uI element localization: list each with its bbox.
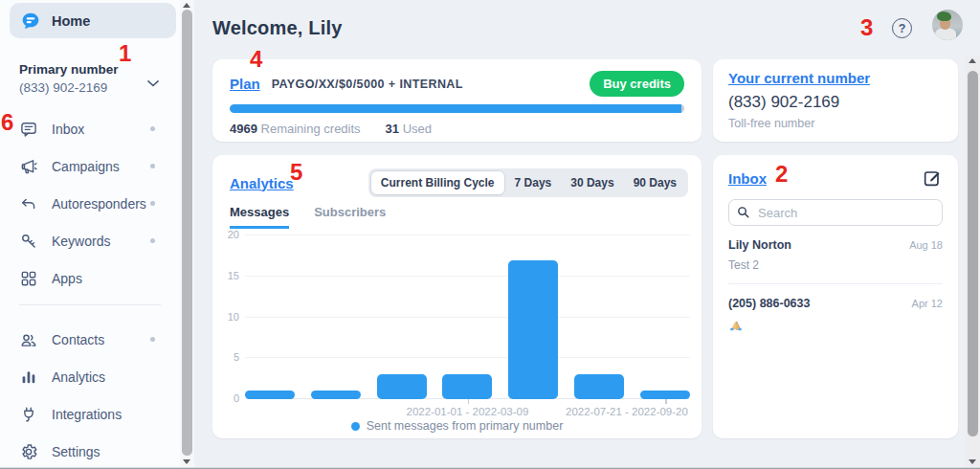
x-axis-label: 2022-07-21 - 2022-09-20 [566, 406, 688, 417]
sidebar-item-label: Autoresponders [52, 196, 146, 212]
buy-credits-button[interactable]: Buy credits [590, 71, 684, 97]
inbox-item-row: (205) 886-0633Apr 12 [728, 297, 943, 310]
reply-arrow-icon [19, 194, 38, 213]
inbox-search-input[interactable] [728, 199, 943, 226]
remaining-credits-stat: 4969 Remaining credits [230, 122, 361, 136]
sidebar-item-settings[interactable]: Settings [0, 433, 180, 469]
gear-icon [19, 442, 38, 461]
annotation-2: 2 [775, 163, 788, 186]
x-axis-tick [468, 399, 470, 404]
tab-subscribers[interactable]: Subscribers [314, 205, 386, 229]
search-icon [736, 205, 750, 219]
annotation-1: 1 [119, 42, 131, 65]
chevron-down-icon [144, 74, 163, 93]
annotation-3: 3 [860, 16, 873, 39]
plan-link[interactable]: Plan [230, 76, 260, 92]
conversation-preview: Test 2 [728, 258, 943, 272]
used-credits-stat: 31 Used [386, 122, 432, 136]
bar-2[interactable] [377, 374, 427, 399]
conversation-date: Aug 18 [909, 239, 943, 251]
compose-icon[interactable] [922, 168, 943, 189]
primary-number-selector[interactable]: Primary number (833) 902-2169 [19, 62, 167, 95]
sidebar-item-label: Analytics [52, 369, 105, 385]
chat-bubble-icon [19, 120, 38, 139]
plan-name: PAYGO/XX/$0/5000 + INTERNAL [272, 78, 463, 91]
user-avatar[interactable] [932, 10, 963, 40]
notification-dot [150, 337, 155, 342]
key-icon [19, 232, 38, 251]
sidebar-item-label: Campaigns [52, 159, 120, 174]
scroll-up-arrow[interactable] [183, 3, 190, 8]
analytics-link[interactable]: Analytics [230, 175, 294, 191]
inbox-conversation-list: Lily NortonAug 18Test 2(205) 886-0633Apr… [728, 238, 943, 335]
current-number-type: Toll-free number [728, 117, 943, 130]
current-number-card: Your current number (833) 902-2169 Toll-… [713, 59, 958, 142]
sidebar-item-label: Integrations [52, 407, 122, 422]
page-scrollbar-thumb[interactable] [968, 71, 978, 436]
range-option-current-billing-cycle[interactable]: Current Billing Cycle [370, 170, 505, 195]
x-axis-label: 2022-01-01 - 2022-03-09 [407, 406, 529, 417]
notification-dot [150, 238, 155, 243]
tab-messages[interactable]: Messages [230, 205, 289, 229]
bar-chart-icon [19, 368, 38, 387]
legend-label: Sent messages from primary number [367, 419, 564, 433]
sidebar-item-label: Inbox [52, 122, 84, 137]
range-option-30-days[interactable]: 30 Days [561, 171, 623, 194]
current-number-value: (833) 902-2169 [728, 93, 943, 112]
bar-4[interactable] [508, 260, 558, 399]
x-axis-tick [665, 399, 667, 404]
bar-6[interactable] [640, 391, 690, 399]
bar-0[interactable] [245, 391, 295, 399]
chart-legend: Sent messages from primary number [212, 419, 702, 433]
sidebar-item-inbox[interactable]: Inbox [0, 110, 180, 147]
plug-icon [19, 405, 38, 424]
y-axis-label: 5 [220, 351, 239, 363]
inbox-link[interactable]: Inbox [728, 170, 767, 187]
grid-icon [19, 269, 38, 288]
inbox-card: Inbox Lily NortonAug 18Test 2(205) 886-0… [713, 155, 958, 438]
bar-3[interactable] [442, 374, 492, 399]
sidebar-scrollbar-thumb[interactable] [182, 10, 192, 456]
list-divider [728, 283, 943, 284]
sidebar-item-keywords[interactable]: Keywords [0, 222, 180, 259]
megaphone-icon [19, 157, 38, 176]
scroll-up-arrow[interactable] [969, 58, 976, 63]
sidebar: Home Primary number (833) 902-2169 Inbox… [0, 0, 180, 467]
sidebar-divider [19, 304, 161, 305]
y-axis-label: 10 [220, 311, 239, 323]
date-range-selector: Current Billing Cycle7 Days30 Days90 Day… [368, 168, 688, 197]
sidebar-item-apps[interactable]: Apps [0, 259, 180, 297]
bars-container [245, 235, 690, 399]
inbox-list-item[interactable]: Lily NortonAug 18Test 2 [728, 238, 943, 272]
conversation-name: Lily Norton [728, 238, 791, 252]
scroll-down-arrow[interactable] [183, 459, 190, 464]
analytics-card: Analytics Current Billing Cycle7 Days30 … [212, 155, 702, 438]
bar-1[interactable] [311, 391, 361, 399]
annotation-5: 5 [290, 161, 302, 184]
scroll-down-arrow[interactable] [969, 459, 976, 464]
range-option-90-days[interactable]: 90 Days [624, 171, 686, 194]
sidebar-item-home[interactable]: Home [10, 3, 176, 38]
sidebar-scrollbar[interactable] [180, 0, 194, 467]
legend-dot-icon [351, 422, 360, 431]
sidebar-item-integrations[interactable]: Integrations [0, 395, 180, 433]
sidebar-nav-secondary: ContactsAnalyticsIntegrationsSettings [0, 321, 180, 469]
sidebar-item-label: Keywords [52, 234, 110, 249]
current-number-link[interactable]: Your current number [728, 70, 870, 86]
help-button[interactable]: ? [892, 18, 912, 38]
sidebar-item-autoresponders[interactable]: Autoresponders [0, 185, 180, 222]
y-axis-label: 15 [220, 270, 239, 281]
sidebar-item-campaigns[interactable]: Campaigns [0, 147, 180, 185]
bar-5[interactable] [574, 374, 624, 399]
range-option-7-days[interactable]: 7 Days [505, 171, 562, 194]
messages-bar-chart: 051015202022-01-01 - 2022-03-092022-07-2… [245, 235, 690, 399]
sidebar-item-label: Contacts [52, 332, 104, 347]
sidebar-item-label: Apps [52, 271, 82, 286]
notification-dot [150, 126, 155, 131]
annotation-4: 4 [250, 48, 262, 71]
sidebar-item-contacts[interactable]: Contacts [0, 321, 180, 358]
sidebar-item-analytics[interactable]: Analytics [0, 358, 180, 395]
page-scrollbar[interactable] [966, 56, 980, 467]
sidebar-nav-primary: InboxCampaignsAutorespondersKeywordsApps [0, 110, 180, 297]
inbox-list-item[interactable]: (205) 886-0633Apr 12 [728, 297, 943, 335]
